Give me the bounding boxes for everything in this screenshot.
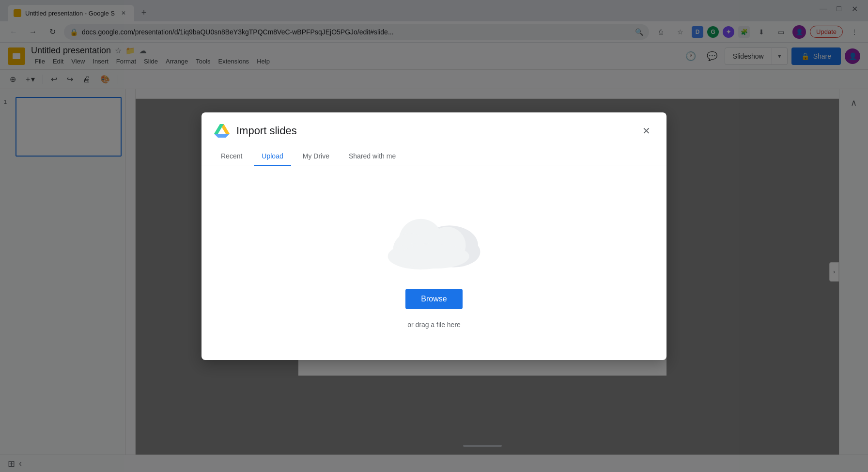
tab-recent[interactable]: Recent	[213, 147, 250, 166]
google-drive-logo	[213, 122, 231, 140]
tab-shared-with-me[interactable]: Shared with me	[341, 147, 403, 166]
modal-tabs: Recent Upload My Drive Shared with me	[202, 147, 666, 166]
modal-close-button[interactable]: ✕	[637, 122, 655, 140]
svg-marker-4	[214, 134, 230, 138]
import-slides-modal: Import slides ✕ Recent Upload My Drive S…	[202, 112, 666, 360]
browse-button[interactable]: Browse	[405, 289, 462, 309]
svg-marker-3	[214, 124, 224, 134]
browser-frame: Untitled presentation - Google S ✕ + — □…	[0, 0, 868, 472]
modal-body: Browse or drag a file here	[202, 166, 666, 360]
tab-my-drive[interactable]: My Drive	[295, 147, 337, 166]
upload-illustration	[386, 198, 482, 277]
modal-header: Import slides ✕	[202, 112, 666, 147]
modal-title: Import slides	[236, 125, 632, 137]
drag-drop-text: or drag a file here	[407, 321, 461, 329]
svg-point-12	[399, 244, 469, 268]
tab-upload[interactable]: Upload	[254, 147, 291, 166]
modal-overlay[interactable]: Import slides ✕ Recent Upload My Drive S…	[0, 0, 868, 472]
